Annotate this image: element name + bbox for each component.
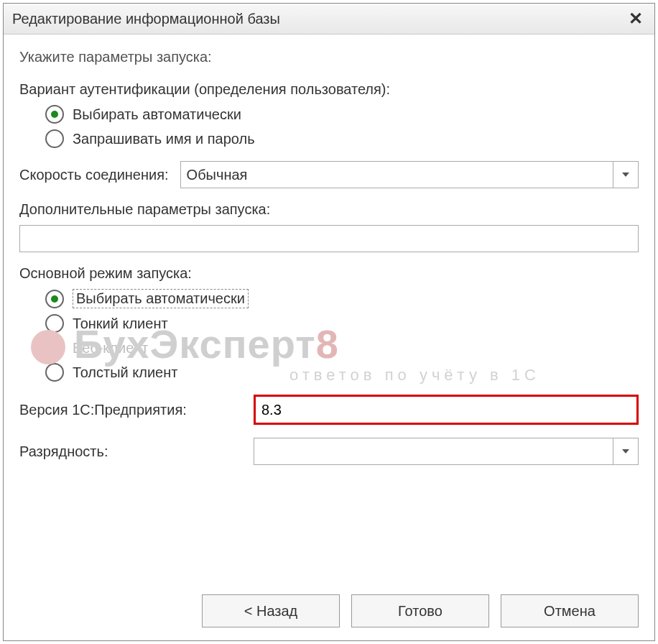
radio-icon <box>45 290 64 308</box>
mode-group-label: Основной режим запуска: <box>19 265 639 282</box>
auth-group: Вариант аутентификации (определения поль… <box>19 81 639 148</box>
radio-icon <box>45 129 64 148</box>
footer-buttons: < Назад Готово Отмена <box>202 594 639 627</box>
radio-icon <box>45 363 64 382</box>
mode-radio-web: Веб-клиент <box>45 339 639 357</box>
version-label: Версия 1С:Предприятия: <box>19 402 242 418</box>
radio-label: Выбирать автоматически <box>73 289 249 308</box>
mode-radio-auto[interactable]: Выбирать автоматически <box>45 289 639 308</box>
close-button[interactable]: ✕ <box>624 7 647 30</box>
auth-group-label: Вариант аутентификации (определения поль… <box>19 81 639 98</box>
dialog-body: БухЭксперт8 ответов по учёту в 1С Укажит… <box>4 34 654 465</box>
radio-label: Веб-клиент <box>73 340 149 356</box>
mode-group: Основной режим запуска: Выбирать автомат… <box>19 265 639 382</box>
bitness-select[interactable] <box>254 438 639 465</box>
dialog-window: Редактирование информационной базы ✕ Бух… <box>3 3 655 641</box>
radio-label: Толстый клиент <box>73 364 177 381</box>
mode-radio-thick[interactable]: Толстый клиент <box>45 363 639 382</box>
bitness-label: Разрядность: <box>19 443 242 460</box>
chevron-down-icon <box>613 162 638 188</box>
radio-label: Тонкий клиент <box>73 316 168 332</box>
instruction-text: Укажите параметры запуска: <box>19 49 639 65</box>
titlebar: Редактирование информационной базы ✕ <box>4 4 654 34</box>
radio-icon <box>45 314 64 333</box>
mode-radio-thin[interactable]: Тонкий клиент <box>45 314 639 333</box>
extra-params-input[interactable] <box>19 225 639 252</box>
speed-row: Скорость соединения: Обычная <box>19 161 639 188</box>
chevron-down-icon <box>613 438 638 464</box>
auth-radio-prompt[interactable]: Запрашивать имя и пароль <box>45 129 639 148</box>
version-row: Версия 1С:Предприятия: <box>19 395 639 425</box>
speed-value: Обычная <box>187 167 248 183</box>
radio-icon <box>45 339 64 357</box>
speed-select[interactable]: Обычная <box>180 161 639 188</box>
version-input[interactable] <box>254 395 639 425</box>
finish-button[interactable]: Готово <box>351 594 489 627</box>
auth-radio-auto[interactable]: Выбирать автоматически <box>45 105 639 124</box>
radio-label: Запрашивать имя и пароль <box>73 131 255 147</box>
extra-group: Дополнительные параметры запуска: <box>19 201 639 252</box>
radio-label: Выбирать автоматически <box>73 106 241 123</box>
bitness-row: Разрядность: <box>19 438 639 465</box>
radio-icon <box>45 105 64 124</box>
extra-label: Дополнительные параметры запуска: <box>19 201 639 218</box>
cancel-button[interactable]: Отмена <box>501 594 639 627</box>
back-button[interactable]: < Назад <box>202 594 340 627</box>
window-title: Редактирование информационной базы <box>12 11 280 27</box>
speed-label: Скорость соединения: <box>19 167 169 183</box>
